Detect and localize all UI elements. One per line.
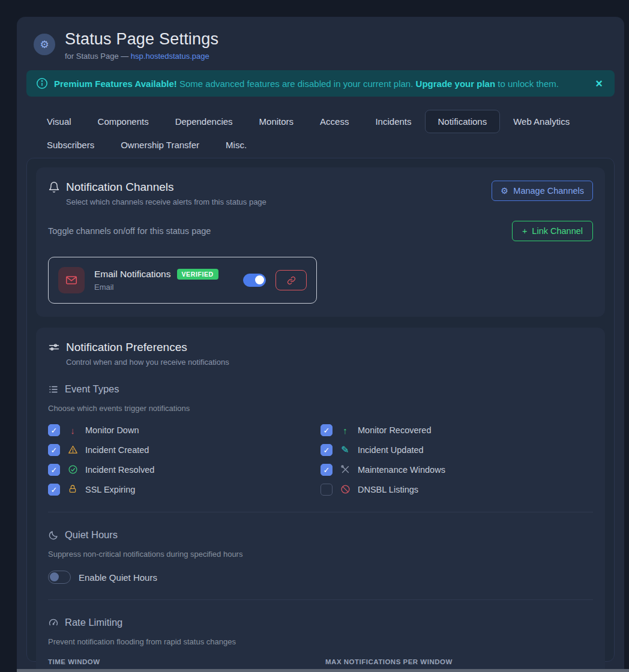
plus-icon: + <box>522 226 527 236</box>
subtitle-prefix: for Status Page — <box>65 52 131 61</box>
check-circle-icon <box>67 464 79 476</box>
preferences-title: Notification Preferences <box>66 341 187 354</box>
rate-limiting-title: Rate Limiting <box>65 617 122 628</box>
page-header: ⚙ Status Page Settings for Status Page —… <box>26 28 615 61</box>
link-icon <box>287 276 296 285</box>
channel-info: Email Notifications VERIFIED Email <box>94 269 233 292</box>
event-label: Incident Created <box>85 445 149 455</box>
banner-end: to unlock them. <box>495 79 559 89</box>
event-row-maintenance-windows: ✓ Maintenance Windows <box>321 463 593 476</box>
quiet-hours-heading: Quiet Hours <box>48 529 593 541</box>
tools-icon <box>339 464 351 476</box>
verified-badge: VERIFIED <box>177 269 218 280</box>
page-header-text: Status Page Settings for Status Page — h… <box>65 30 218 61</box>
quiet-hours-title: Quiet Hours <box>65 529 118 541</box>
time-window-label: TIME WINDOW <box>48 658 316 665</box>
page-subtitle: for Status Page — hsp.hostedstatus.page <box>65 52 218 61</box>
quiet-hours-toggle-row: Enable Quiet Hours <box>48 571 593 584</box>
event-label: Maintenance Windows <box>358 465 445 475</box>
horizontal-scrollbar[interactable] <box>17 669 629 672</box>
tab-subscribers[interactable]: Subscribers <box>34 133 107 157</box>
tab-monitors[interactable]: Monitors <box>246 110 307 133</box>
envelope-icon <box>58 267 85 293</box>
notifications-tab-panel: Notification Channels Select which chann… <box>26 158 615 662</box>
event-types-grid: ✓ ↓ Monitor Down ✓ ↑ Monitor Recovered ✓… <box>48 424 593 496</box>
channel-type: Email <box>94 283 233 292</box>
event-types-heading: Event Types <box>48 383 593 395</box>
event-row-incident-created: ✓ Incident Created <box>48 443 321 457</box>
gear-badge-icon: ⚙ <box>34 34 55 55</box>
settings-tabs: Visual Components Dependencies Monitors … <box>26 110 615 157</box>
event-types-subtitle: Choose which events trigger notification… <box>48 404 593 413</box>
banner-middle: Some advanced features are disabled in y… <box>177 79 416 89</box>
banner-bold: Premium Features Available! <box>54 79 177 89</box>
status-page-settings-window: ⚙ Status Page Settings for Status Page —… <box>17 17 624 672</box>
event-label: Monitor Down <box>85 425 139 435</box>
event-label: Incident Updated <box>358 445 424 455</box>
tab-dependencies[interactable]: Dependencies <box>162 110 246 133</box>
tab-incidents[interactable]: Incidents <box>362 110 424 133</box>
channels-heading: Notification Channels Select which chann… <box>48 181 266 206</box>
section-divider <box>48 599 593 600</box>
close-icon[interactable]: × <box>593 77 605 89</box>
manage-channels-button[interactable]: ⚙ Manage Channels <box>492 181 593 201</box>
link-channel-button[interactable]: + Link Channel <box>512 221 593 241</box>
tab-notifications[interactable]: Notifications <box>425 110 501 133</box>
checkbox-incident-resolved[interactable]: ✓ <box>48 464 60 476</box>
bell-icon <box>48 181 60 193</box>
channels-subtitle: Select which channels receive alerts fro… <box>66 197 266 206</box>
event-label: DNSBL Listings <box>358 485 418 494</box>
channel-name: Email Notifications <box>94 269 171 280</box>
checkbox-monitor-recovered[interactable]: ✓ <box>321 424 333 436</box>
preferences-subtitle: Control when and how you receive notific… <box>66 358 593 367</box>
tab-misc[interactable]: Misc. <box>212 133 260 157</box>
page-title: Status Page Settings <box>65 30 218 49</box>
checkbox-incident-created[interactable]: ✓ <box>48 444 60 456</box>
checkbox-dnsbl-listings[interactable]: ✓ <box>321 484 333 496</box>
event-row-monitor-down: ✓ ↓ Monitor Down <box>48 424 321 437</box>
event-label: SSL Expiring <box>85 485 135 494</box>
tab-components[interactable]: Components <box>85 110 162 133</box>
rate-limiting-subtitle: Prevent notification flooding from rapid… <box>48 637 593 646</box>
event-row-monitor-recovered: ✓ ↑ Monitor Recovered <box>321 424 593 437</box>
tab-ownership-transfer[interactable]: Ownership Transfer <box>107 133 212 157</box>
event-row-ssl-expiring: ✓ SSL Expiring <box>48 483 321 496</box>
tab-access[interactable]: Access <box>307 110 362 133</box>
event-row-incident-resolved: ✓ Incident Resolved <box>48 463 321 476</box>
arrow-down-icon: ↓ <box>67 426 79 435</box>
event-label: Incident Resolved <box>85 465 154 475</box>
checkbox-monitor-down[interactable]: ✓ <box>48 424 60 436</box>
warning-triangle-icon <box>67 445 79 456</box>
tab-visual[interactable]: Visual <box>34 110 85 133</box>
event-label: Monitor Recovered <box>358 425 432 435</box>
lock-icon <box>67 484 79 495</box>
checkbox-incident-updated[interactable]: ✓ <box>321 444 333 456</box>
enable-quiet-hours-toggle[interactable] <box>48 571 71 584</box>
notification-preferences-card: Notification Preferences Control when an… <box>36 328 605 672</box>
sliders-icon <box>48 341 60 353</box>
notification-channels-card: Notification Channels Select which chann… <box>36 167 605 317</box>
link-channel-label: Link Channel <box>532 226 583 236</box>
moon-icon <box>48 530 59 541</box>
enable-quiet-hours-label: Enable Quiet Hours <box>79 572 157 583</box>
event-types-title: Event Types <box>65 383 119 395</box>
list-icon <box>48 384 59 395</box>
rate-limiting-heading: Rate Limiting <box>48 617 593 628</box>
max-notifications-label: MAX NOTIFICATIONS PER WINDOW <box>325 658 593 665</box>
premium-banner: Premium Features Available! Some advance… <box>26 70 615 97</box>
status-page-domain-link[interactable]: hsp.hostedstatus.page <box>131 52 209 61</box>
manage-channels-label: Manage Channels <box>513 186 584 196</box>
tab-web-analytics[interactable]: Web Analytics <box>500 110 583 133</box>
email-channel-toggle[interactable] <box>243 274 266 287</box>
arrow-up-icon: ↑ <box>339 426 351 435</box>
toggle-channels-hint: Toggle channels on/off for this status p… <box>48 226 211 236</box>
checkbox-ssl-expiring[interactable]: ✓ <box>48 484 60 496</box>
checkbox-maintenance-windows[interactable]: ✓ <box>321 464 333 476</box>
upgrade-plan-link[interactable]: Upgrade your plan <box>416 79 496 89</box>
pencil-icon: ✎ <box>339 445 351 455</box>
gauge-icon <box>48 617 59 628</box>
unlink-channel-button[interactable] <box>275 270 307 290</box>
channels-title: Notification Channels <box>66 181 174 194</box>
quiet-hours-subtitle: Suppress non-critical notifications duri… <box>48 550 593 559</box>
event-row-dnsbl-listings: ✓ DNSBL Listings <box>321 483 593 496</box>
